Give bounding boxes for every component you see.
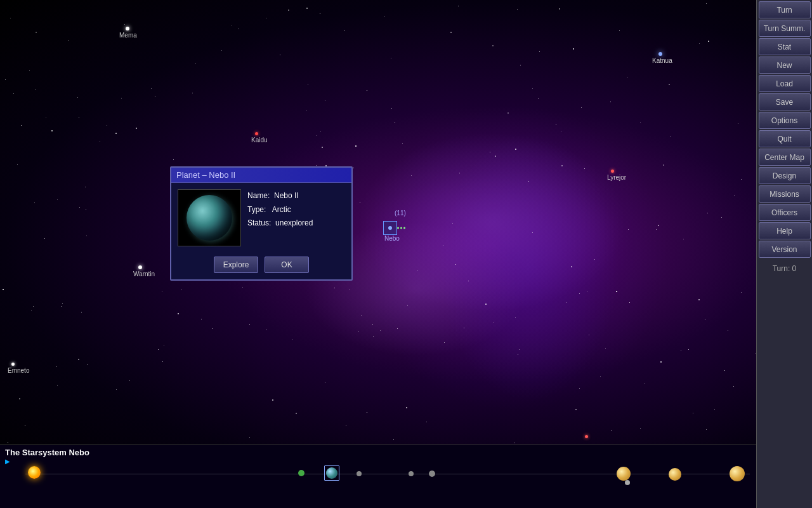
planet-orbit-7[interactable] [730, 466, 745, 481]
turn-button[interactable]: Turn [759, 1, 811, 18]
planet-sphere [187, 195, 232, 241]
star-lyrejor: Lyrejor [607, 170, 626, 177]
turn-counter: Turn: 0 [773, 264, 797, 273]
system-bar-title: The Starsystem Nebo [5, 448, 89, 457]
ok-button[interactable]: OK [265, 257, 309, 273]
space-background [0, 0, 756, 444]
options-button[interactable]: Options [759, 112, 811, 129]
missions-button[interactable]: Missions [759, 185, 811, 203]
orbit-line [25, 474, 750, 474]
planet-orbit-6[interactable] [669, 468, 681, 481]
star-mema: Mema [119, 27, 137, 34]
star-warntin: Warntin [133, 265, 155, 272]
planet-dialog: Planet – Nebo II Name: Nebo II Type: Arc… [170, 166, 353, 281]
star-katnua: Katnua [652, 52, 672, 59]
planet-orbit-2[interactable] [357, 471, 362, 476]
planet-orbit-4[interactable] [429, 471, 435, 477]
system-bar-arrow: ▶ [5, 458, 10, 465]
planet-status-row: Status: unexplored [247, 217, 313, 231]
planet-dialog-title: Planet – Nebo II [171, 168, 351, 183]
center-map-button[interactable]: Center Map [759, 149, 811, 166]
planet-orbit-5[interactable] [617, 467, 631, 481]
save-button[interactable]: Save [759, 93, 811, 110]
planet-orbit-selected[interactable] [326, 467, 337, 479]
stat-button[interactable]: Stat [759, 38, 811, 55]
officers-button[interactable]: Officers [759, 204, 811, 221]
planet-preview [178, 189, 241, 246]
explore-button[interactable]: Explore [214, 257, 258, 273]
version-button[interactable]: Version [759, 241, 811, 258]
planet-orbit-1[interactable] [298, 470, 304, 476]
nebo-system-marker[interactable]: (11) Nebo [383, 221, 397, 235]
load-button[interactable]: Load [759, 75, 811, 92]
design-button[interactable]: Design [759, 167, 811, 184]
system-central-star[interactable] [28, 466, 41, 479]
help-button[interactable]: Help [759, 222, 811, 239]
system-bar: The Starsystem Nebo ▶ [0, 444, 756, 508]
planet-orbit-3[interactable] [409, 471, 414, 476]
star-emneto: Emneto [8, 363, 29, 370]
sidebar: Turn Turn Summ. Stat New Load Save Optio… [756, 0, 812, 508]
star-kaidu: Kaidu [251, 132, 268, 139]
new-button[interactable]: New [759, 57, 811, 74]
planet-name-row: Name: Nebo II [247, 189, 313, 203]
quit-button[interactable]: Quit [759, 130, 811, 147]
planet-orbit-moon[interactable] [625, 480, 630, 485]
planet-info: Name: Nebo II Type: Arctic Status: unexp… [247, 189, 313, 246]
planet-type-row: Type: Arctic [247, 203, 313, 217]
turn-summary-button[interactable]: Turn Summ. [759, 20, 811, 37]
